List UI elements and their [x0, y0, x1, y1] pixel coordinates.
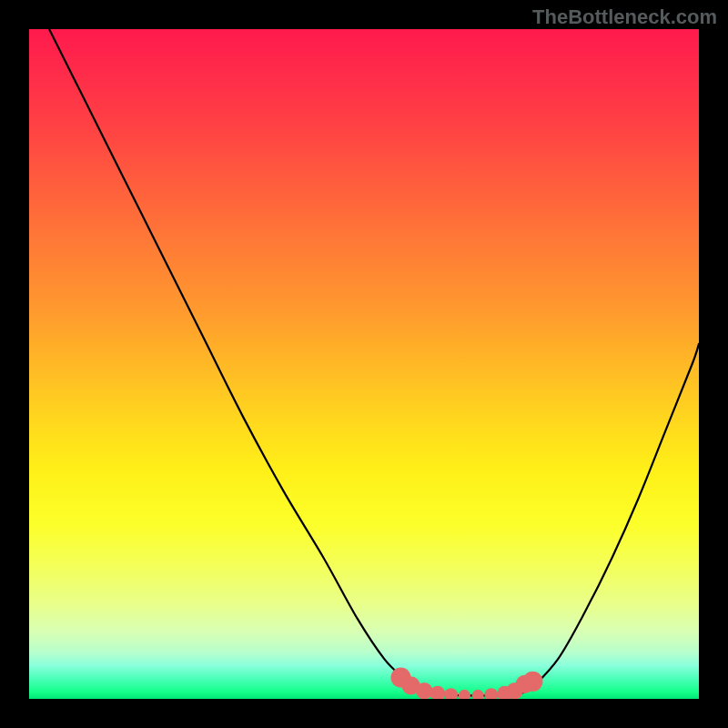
chart-frame: TheBottleneck.com [0, 0, 728, 728]
curve-layer [29, 29, 699, 699]
left-curve [49, 29, 418, 691]
highlight-dot [444, 688, 458, 699]
highlight-dot [484, 688, 498, 699]
highlight-dot [416, 682, 432, 699]
watermark-text: TheBottleneck.com [532, 5, 717, 29]
highlight-dot [459, 690, 470, 699]
highlight-dots [390, 667, 542, 699]
plot-area [29, 29, 699, 699]
highlight-dot [472, 690, 484, 699]
highlight-dot [430, 686, 446, 699]
highlight-dot [522, 672, 542, 692]
right-curve [531, 344, 699, 689]
